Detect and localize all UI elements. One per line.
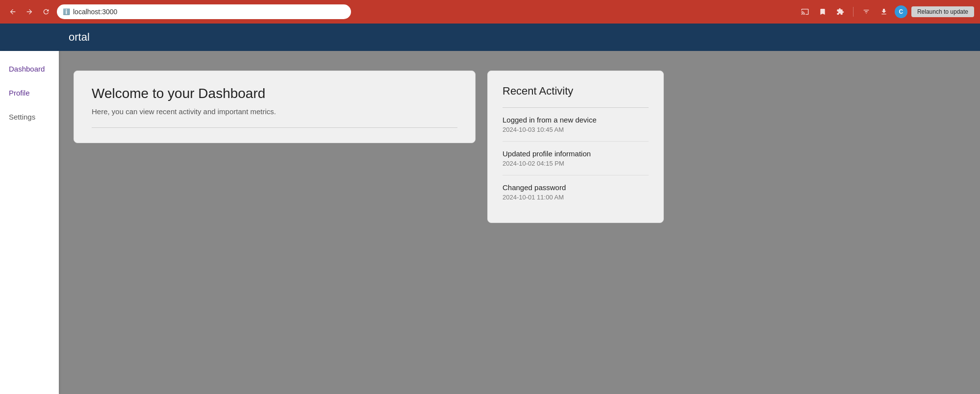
sidebar: Dashboard Profile Settings: [0, 51, 59, 394]
page-layout: Dashboard Profile Settings Welcome to yo…: [0, 51, 980, 394]
activity-item-2-time: 2024-10-01 11:00 AM: [503, 194, 649, 201]
url-input[interactable]: [73, 8, 345, 16]
app-header: ortal: [0, 24, 980, 51]
lock-icon: ℹ️: [63, 8, 70, 15]
activity-item-1: Updated profile information 2024-10-02 0…: [503, 142, 649, 175]
activity-item-0-time: 2024-10-03 10:45 AM: [503, 126, 649, 133]
welcome-card: Welcome to your Dashboard Here, you can …: [74, 71, 476, 143]
sidebar-item-settings[interactable]: Settings: [0, 105, 59, 129]
address-bar[interactable]: ℹ️: [57, 4, 351, 19]
nav-buttons: [6, 5, 53, 19]
sidebar-item-profile[interactable]: Profile: [0, 81, 59, 105]
forward-button[interactable]: [23, 5, 36, 19]
welcome-divider: [92, 127, 457, 128]
extensions-button[interactable]: [833, 5, 847, 19]
activity-item-2: Changed password 2024-10-01 11:00 AM: [503, 175, 649, 209]
back-button[interactable]: [6, 5, 20, 19]
relaunch-button[interactable]: Relaunch to update: [911, 6, 974, 17]
separator-1: [853, 7, 854, 17]
cast-button[interactable]: [798, 5, 812, 19]
main-content: Welcome to your Dashboard Here, you can …: [59, 51, 980, 394]
activity-item-0: Logged in from a new device 2024-10-03 1…: [503, 108, 649, 142]
sidebar-item-dashboard[interactable]: Dashboard: [0, 57, 59, 81]
activity-title: Recent Activity: [503, 85, 649, 98]
activity-item-1-time: 2024-10-02 04:15 PM: [503, 160, 649, 167]
reload-button[interactable]: [39, 5, 53, 19]
activity-item-1-label: Updated profile information: [503, 149, 649, 158]
download-button[interactable]: [877, 5, 891, 19]
welcome-subtitle: Here, you can view recent activity and i…: [92, 107, 457, 116]
activity-card: Recent Activity Logged in from a new dev…: [487, 71, 664, 223]
bookmark-button[interactable]: [816, 5, 829, 19]
tab-search-button[interactable]: [859, 5, 873, 19]
welcome-title: Welcome to your Dashboard: [92, 86, 457, 101]
activity-item-2-label: Changed password: [503, 183, 649, 192]
browser-chrome: ℹ️ C Relaunch to update: [0, 0, 980, 24]
profile-avatar[interactable]: C: [895, 5, 907, 18]
activity-item-0-label: Logged in from a new device: [503, 116, 649, 124]
app-title: ortal: [69, 31, 90, 44]
browser-actions: C Relaunch to update: [798, 5, 974, 19]
